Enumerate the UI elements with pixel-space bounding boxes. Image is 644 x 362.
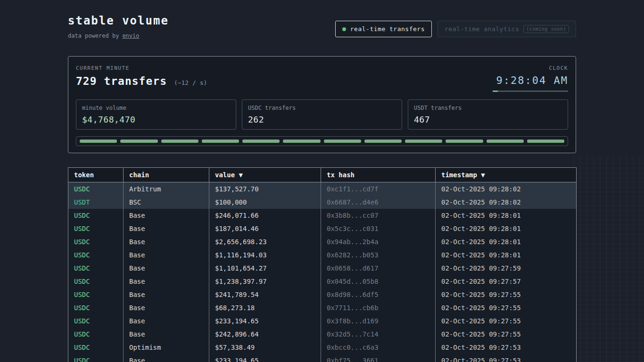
token-cell: USDC (68, 354, 124, 362)
minute-segment (487, 140, 524, 143)
column-header-token[interactable]: token (68, 168, 124, 182)
token-cell: USDC (68, 182, 124, 196)
tx-hash-link[interactable]: 0x045d...05b8 (321, 275, 436, 288)
tx-hash-link[interactable]: 0xc1f1...cd7f (321, 182, 436, 196)
tab-label: real-time analytics (445, 25, 519, 33)
timestamp-cell: 02-Oct-2025 09:27:55 (436, 288, 577, 301)
token-cell: USDC (68, 328, 124, 341)
top-bar: stable volume data powered byenvio real-… (68, 14, 576, 39)
chain-cell: Base (124, 248, 209, 262)
stat-label: USDT transfers (414, 105, 562, 111)
value-cell: $1,116,194.03 (209, 248, 321, 262)
stat-box-usdc-transfers: USDC transfers 262 (242, 99, 402, 130)
table-row: USDCOptimism$57,338.490xbcc0...c6a302-Oc… (68, 341, 577, 354)
tx-hash-link[interactable]: 0x6687...d4e6 (321, 196, 436, 209)
tx-hash-link[interactable]: 0xbf75...3661 (321, 354, 436, 362)
chain-cell: Optimism (124, 341, 209, 354)
tx-hash-link[interactable]: 0x94ab...2b4a (321, 235, 436, 248)
timestamp-cell: 02-Oct-2025 09:27:55 (436, 301, 577, 314)
tx-hash-link[interactable]: 0x7711...cb6b (321, 301, 436, 314)
timestamp-cell: 02-Oct-2025 09:27:53 (436, 354, 577, 362)
tx-hash-link[interactable]: 0x0658...d617 (321, 262, 436, 275)
token-cell: USDC (68, 341, 124, 354)
table-row: USDCBase$1,116,194.030x6282...b05302-Oct… (68, 248, 577, 262)
tab-label: real-time transfers (350, 25, 425, 33)
tab-real-time-transfers[interactable]: real-time transfers (335, 21, 432, 37)
timestamp-cell: 02-Oct-2025 09:28:02 (436, 182, 577, 196)
table-row: USDCArbitrum$137,527.700xc1f1...cd7f02-O… (68, 182, 577, 196)
timestamp-cell: 02-Oct-2025 09:27:59 (436, 262, 577, 275)
value-cell: $1,238,397.97 (209, 275, 321, 288)
minute-segment (120, 140, 157, 143)
chain-cell: Base (124, 354, 209, 362)
chain-cell: Base (124, 328, 209, 341)
live-dot-icon (342, 27, 346, 31)
brand-block: stable volume data powered byenvio (68, 14, 169, 39)
table-row: USDCBase$2,656,698.230x94ab...2b4a02-Oct… (68, 235, 577, 248)
current-minute-card: CURRENT MINUTE 729 transfers (~12 / s) C… (68, 56, 576, 153)
view-tabs: real-time transfers real-time analytics … (335, 21, 576, 37)
table-row: USDCBase$241,789.540x8d98...6df502-Oct-2… (68, 288, 577, 301)
token-cell: USDC (68, 262, 124, 275)
tx-hash-link[interactable]: 0x6282...b053 (321, 248, 436, 262)
minute-segment (161, 140, 198, 143)
chain-cell: Base (124, 222, 209, 235)
minute-segment (80, 140, 117, 143)
stat-value: 262 (248, 115, 396, 124)
clock-label: CLOCK (493, 65, 568, 71)
column-header-timestamp[interactable]: timestamp ▼ (436, 168, 577, 182)
minute-segment (364, 140, 402, 143)
stat-label: minute volume (82, 105, 230, 111)
value-cell: $2,656,698.23 (209, 235, 321, 248)
table-header-row: tokenchainvalue ▼tx hashtimestamp ▼ (68, 168, 577, 182)
chain-cell: Base (124, 301, 209, 314)
powered-by: data powered byenvio (68, 33, 169, 39)
stat-value: 467 (414, 115, 562, 124)
tx-hash-link[interactable]: 0x3f8b...d169 (321, 314, 436, 328)
column-header-tx-hash[interactable]: tx hash (321, 168, 436, 182)
clock-progress-fill (493, 90, 498, 92)
coming-soon-badge: (coming soon) (523, 25, 569, 33)
chain-cell: Base (124, 209, 209, 222)
timestamp-cell: 02-Oct-2025 09:27:55 (436, 328, 577, 341)
tx-hash-link[interactable]: 0x32d5...7c14 (321, 328, 436, 341)
envio-link[interactable]: envio (122, 33, 139, 39)
timestamp-cell: 02-Oct-2025 09:28:01 (436, 235, 577, 248)
chain-cell: Base (124, 314, 209, 328)
chain-cell: Arbitrum (124, 182, 209, 196)
tx-hash-link[interactable]: 0x8d98...6df5 (321, 288, 436, 301)
timestamp-cell: 02-Oct-2025 09:27:57 (436, 275, 577, 288)
column-header-chain[interactable]: chain (124, 168, 209, 182)
timestamp-cell: 02-Oct-2025 09:27:53 (436, 341, 577, 354)
column-header-value[interactable]: value ▼ (209, 168, 321, 182)
minute-progress-segments (76, 136, 568, 146)
tab-real-time-analytics[interactable]: real-time analytics (coming soon) (438, 21, 576, 37)
clock-time: 9:28:04 AM (493, 74, 568, 86)
minute-segment (242, 140, 280, 143)
value-cell: $100,000 (209, 196, 321, 209)
background-pattern (573, 156, 644, 362)
token-cell: USDC (68, 235, 124, 248)
minute-segment (405, 140, 442, 143)
stat-label: USDC transfers (248, 105, 396, 111)
tx-hash-link[interactable]: 0x5c3c...c031 (321, 222, 436, 235)
token-cell: USDC (68, 288, 124, 301)
value-cell: $137,527.70 (209, 182, 321, 196)
transfers-table: tokenchainvalue ▼tx hashtimestamp ▼ USDC… (68, 167, 577, 362)
tx-hash-link[interactable]: 0xbcc0...c6a3 (321, 341, 436, 354)
page-container: stable volume data powered byenvio real-… (68, 0, 576, 362)
table-row: USDCBase$233,194.650x3f8b...d16902-Oct-2… (68, 314, 577, 328)
stat-value: $4,768,470 (82, 115, 230, 124)
table-row: USDTBSC$100,0000x6687...d4e602-Oct-2025 … (68, 196, 577, 209)
token-cell: USDC (68, 301, 124, 314)
timestamp-cell: 02-Oct-2025 09:28:01 (436, 209, 577, 222)
tx-hash-link[interactable]: 0x3b8b...cc07 (321, 209, 436, 222)
token-cell: USDC (68, 314, 124, 328)
powered-by-text: data powered by (68, 33, 119, 39)
page-title: stable volume (68, 14, 169, 27)
token-cell: USDC (68, 248, 124, 262)
clock-block: CLOCK 9:28:04 AM (493, 65, 568, 92)
value-cell: $233,194.65 (209, 314, 321, 328)
value-cell: $187,014.46 (209, 222, 321, 235)
chain-cell: Base (124, 288, 209, 301)
